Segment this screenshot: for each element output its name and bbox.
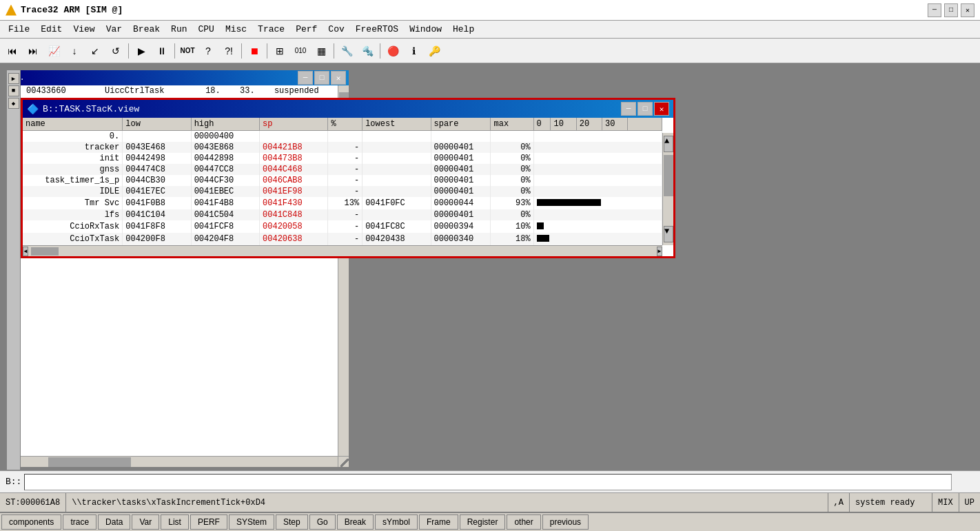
stack-dialog-minimize[interactable]: ─ [621,102,636,116]
menu-file[interactable]: File [3,23,35,36]
btn-var[interactable]: Var [132,514,159,530]
menu-cpu[interactable]: CPU [192,23,219,36]
menu-view[interactable]: View [68,23,100,36]
stack-vscroll-up[interactable]: ▲ [664,136,673,152]
minimize-button[interactable]: ─ [928,3,941,17]
stack-cell-high: 0041C504 [191,209,259,220]
toolbar-help2[interactable]: ?! [219,42,238,60]
stack-cell-max: 10% [491,220,533,233]
stack-cell-lowest [363,131,431,143]
toolbar-run[interactable]: ▶ [132,42,151,60]
stack-cell-bar [533,175,662,186]
toolbar-red[interactable]: 🔴 [383,42,402,60]
btn-components[interactable]: components [1,514,61,530]
stack-row: Tmr Svc 0041F0B8 0041F4B8 0041F430 13% 0… [23,197,662,209]
toolbar-stop[interactable]: ⏹ [245,42,264,60]
toolbar-dbg2[interactable]: 🔩 [358,42,377,60]
stack-vscroll-down[interactable]: ▼ [664,226,673,242]
menu-edit[interactable]: Edit [35,23,68,36]
btn-system[interactable]: SYStem [229,514,274,530]
stack-dialog-controls[interactable]: ─ □ ✕ [621,102,669,116]
toolbar-mem[interactable]: ▦ [312,42,331,60]
stack-hscroll-left[interactable]: ◀ [23,247,28,256]
task-list-maximize[interactable]: □ [314,71,329,85]
side-tab-2[interactable]: ■ [8,85,19,96]
stack-vscroll[interactable]: ▲ ▼ [662,133,673,245]
stack-dialog-close[interactable]: ✕ [654,102,669,116]
toolbar-chart[interactable]: 📈 [44,42,63,60]
menu-run[interactable]: Run [165,23,192,36]
menu-bar: File Edit View Var Break Run CPU Misc Tr… [0,21,980,39]
toolbar-not[interactable]: NOT [178,42,197,60]
toolbar-step-in[interactable]: ↙ [85,42,105,60]
close-button[interactable]: ✕ [961,3,974,17]
col-header-10: 10 [551,118,576,131]
btn-break[interactable]: Break [337,514,374,530]
btn-previous[interactable]: previous [542,514,589,530]
stack-cell-spare: 00000401 [431,209,491,220]
menu-freertos[interactable]: FreeRTOS [350,23,404,36]
btn-go[interactable]: Go [309,514,336,530]
side-tab-3[interactable]: ◆ [8,98,19,109]
menu-perf[interactable]: Perf [290,23,323,36]
stack-vscroll-thumb[interactable] [664,155,673,196]
toolbar-info[interactable]: ℹ [404,42,423,60]
status-strip: ST:000061A8 \\tracker\tasks\xTaskIncreme… [0,492,980,512]
menu-misc[interactable]: Misc [220,23,252,36]
toolbar-dbg1[interactable]: 🔧 [337,42,356,60]
stack-cell-bar [533,164,662,175]
command-input[interactable] [24,474,952,490]
stack-cell-pct: - [328,220,363,233]
status-address: ST:000061A8 [0,493,66,512]
task-list-minimize[interactable]: ─ [298,71,313,85]
stack-cell-name: Tmr Svc [23,197,123,209]
stack-cell-name: lfs [23,209,123,220]
maximize-button[interactable]: □ [944,3,958,17]
toolbar-pause[interactable]: ⏸ [152,42,172,60]
stack-cell-sp: 0041C848 [260,209,328,220]
toolbar-step-forward[interactable]: ⏭ [23,42,43,60]
btn-register[interactable]: Register [460,514,506,530]
btn-symbol[interactable]: sYmbol [375,514,418,530]
menu-break[interactable]: Break [127,23,165,36]
task-list-close[interactable]: ✕ [331,71,346,85]
stack-dialog-maximize[interactable]: □ [637,102,653,116]
btn-list[interactable]: List [161,514,189,530]
toolbar-step-reset[interactable]: ⏮ [3,42,22,60]
stack-cell-low: 0044CB30 [123,175,191,186]
stack-cell-sp: 00420058 [260,220,328,233]
menu-var[interactable]: Var [101,23,127,36]
stack-cell-lowest [363,164,431,175]
stack-row: CcioTxTask 004200F8 004204F8 00420638 - … [23,233,662,245]
stack-row: 0. 00000400 [23,131,662,143]
btn-trace[interactable]: trace [63,514,96,530]
menu-help[interactable]: Help [447,23,480,36]
main-area: ... ─ □ ✕ 00433660 UiccCtrlTask 18. 33. … [0,63,980,488]
menu-cov[interactable]: Cov [323,23,349,36]
stack-hscroll[interactable]: ◀ ▶ [23,245,662,256]
toolbar-reset[interactable]: ↺ [106,42,125,60]
resize-handle[interactable] [340,459,349,467]
toolbar-help[interactable]: ? [198,42,218,60]
side-tab-1[interactable]: ▶ [8,73,19,84]
btn-data[interactable]: Data [98,514,130,530]
task-list-scroll-corner [338,456,349,467]
task-list-hscroll[interactable] [7,456,338,467]
stack-hscroll-right[interactable]: ▶ [657,247,662,256]
btn-frame[interactable]: Frame [419,514,458,530]
menu-window[interactable]: Window [404,23,447,36]
toolbar-grid[interactable]: ⊞ [270,42,289,60]
toolbar-key[interactable]: 🔑 [425,42,444,60]
stack-cell-pct: - [328,175,363,186]
stack-cell-bar [533,209,662,220]
stack-hscroll-thumb[interactable] [31,247,59,256]
btn-other[interactable]: other [507,514,540,530]
menu-trace[interactable]: Trace [252,23,290,36]
toolbar-down[interactable]: ↓ [65,42,84,60]
task-list-hscroll-thumb[interactable] [48,457,131,467]
btn-perf[interactable]: PERF [190,514,227,530]
toolbar-binary[interactable]: 010 [291,42,310,60]
title-bar-controls[interactable]: ─ □ ✕ [928,3,974,17]
btn-step[interactable]: Step [276,514,308,530]
stack-cell-spare: 00000401 [431,153,491,164]
